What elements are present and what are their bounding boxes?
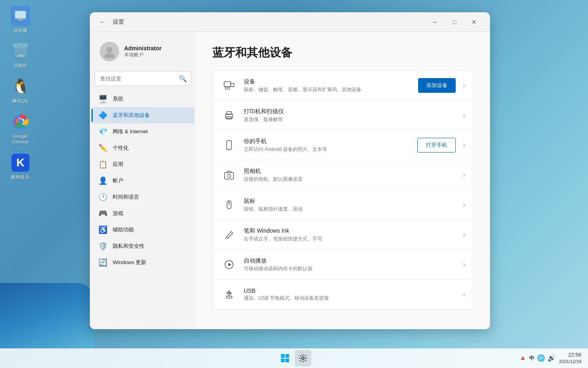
sidebar-icon-privacy: 🛡️ [98, 241, 108, 251]
title-bar: ← 设置 ─ □ ✕ [90, 12, 490, 32]
settings-action-usb: › [460, 291, 465, 298]
settings-text-phone: 你的手机 立即访问 Android 设备的照片、文本等 [244, 138, 417, 153]
sidebar-item-windows-update[interactable]: 🔄 Windows 更新 [91, 254, 194, 271]
sidebar-icon-network: 💎 [98, 127, 108, 137]
svg-rect-11 [225, 87, 229, 89]
sidebar-label-windows-update: Windows 更新 [113, 259, 146, 266]
tray-volume-icon[interactable]: 🔊 [548, 354, 556, 362]
taskbar-settings-button[interactable] [295, 350, 311, 366]
svg-rect-14 [227, 117, 232, 119]
settings-action-printers: › [460, 112, 465, 119]
svg-point-18 [227, 174, 231, 177]
desktop-icon-my-computer[interactable]: 此电脑 [4, 4, 37, 35]
user-type: 本地帐户 [124, 52, 162, 58]
settings-icon-camera [221, 167, 237, 183]
settings-desc-printers: 首选项、疑难解答 [244, 116, 460, 123]
search-input[interactable] [95, 71, 191, 86]
desktop-icon-qq[interactable]: 🐧 腾讯QQ [4, 75, 37, 106]
settings-action-camera: › [460, 171, 465, 179]
settings-action-devices: 添加设备 › [418, 78, 465, 93]
sidebar-label-bluetooth: 蓝牙和其他设备 [113, 112, 150, 119]
action-button-phone[interactable]: 打开手机 [417, 138, 456, 153]
action-button-devices[interactable]: 添加设备 [418, 78, 456, 93]
search-icon[interactable]: 🔍 [179, 75, 187, 83]
user-profile[interactable]: Administrator 本地帐户 [93, 37, 193, 68]
desktop-icon-chrome[interactable]: Google Chrome [4, 110, 37, 147]
svg-rect-9 [224, 82, 231, 87]
svg-rect-1 [15, 11, 26, 18]
sidebar-item-network[interactable]: 💎 网络 & Internet [91, 123, 194, 140]
taskbar-clock[interactable]: 22:56 2021/12/19 [559, 351, 581, 365]
back-button[interactable]: ← [96, 16, 109, 29]
sidebar-item-personalize[interactable]: ✏️ 个性化 [91, 140, 194, 156]
maximize-button[interactable]: □ [445, 16, 464, 29]
svg-rect-24 [226, 296, 232, 298]
sidebar-icon-datetime: 🕐 [98, 192, 108, 202]
settings-action-phone: 打开手机 › [417, 138, 465, 153]
desktop-icon-label-qq: 腾讯QQ [12, 98, 28, 104]
sidebar-item-accounts[interactable]: 👤 帐户 [91, 173, 194, 189]
chevron-icon-devices: › [463, 82, 465, 89]
tray-lang-icon[interactable]: 中 [529, 355, 535, 362]
settings-title-printers: 打印机和扫描仪 [244, 108, 460, 115]
sidebar-label-personalize: 个性化 [113, 144, 129, 152]
settings-text-printers: 打印机和扫描仪 首选项、疑难解答 [244, 108, 460, 123]
sidebar-item-apps[interactable]: 📋 应用 [91, 156, 194, 173]
desktop-icon-recycle-bin[interactable]: 🗑️ 回收站 [4, 39, 37, 70]
settings-item-phone[interactable]: 你的手机 立即访问 Android 设备的照片、文本等 打开手机 › [213, 130, 473, 160]
settings-title-phone: 你的手机 [244, 138, 417, 145]
svg-rect-17 [225, 173, 234, 179]
settings-desc-pen: 右手或左手、笔按钮快捷方式、手写 [244, 236, 460, 242]
settings-action-autoplay: › [460, 261, 465, 268]
settings-action-pen: › [460, 231, 465, 238]
start-button[interactable] [277, 350, 293, 366]
chevron-icon-usb: › [463, 291, 465, 298]
svg-rect-2 [18, 18, 22, 20]
desktop-icon-label-my-computer: 此电脑 [14, 27, 27, 33]
chevron-icon-phone: › [463, 141, 465, 149]
svg-rect-26 [230, 293, 231, 294]
settings-item-devices[interactable]: 设备 鼠标、键盘、触笔、音频、显示器和扩展坞、其他设备 添加设备 › [213, 71, 473, 101]
svg-rect-30 [285, 359, 289, 362]
settings-title-pen: 笔和 Windows Ink [244, 227, 460, 235]
settings-item-mouse[interactable]: 鼠标 按钮、鼠标指针速度、滚动 › [213, 190, 473, 220]
desktop-icon-label-chrome: Google Chrome [6, 133, 35, 145]
desktop-icon-kugou[interactable]: K 酷狗音乐 [4, 151, 37, 182]
taskbar: 🔺 中 🌐 🔊 22:56 2021/12/19 [0, 348, 588, 368]
settings-text-mouse: 鼠标 按钮、鼠标指针速度、滚动 [244, 197, 460, 213]
settings-icon-usb [221, 286, 237, 303]
user-avatar [100, 42, 119, 61]
settings-list: 设备 鼠标、键盘、触笔、音频、显示器和扩展坞、其他设备 添加设备 › 打印机和扫… [212, 70, 474, 310]
taskbar-center [277, 350, 311, 366]
sidebar-icon-personalize: ✏️ [98, 143, 108, 153]
tray-network-icon[interactable]: 🌐 [537, 354, 545, 362]
sidebar-item-system[interactable]: 🖥️ 系统 [91, 91, 194, 107]
sidebar-item-datetime[interactable]: 🕐 时间和语言 [91, 189, 194, 205]
settings-item-usb[interactable]: USB 通知、USB 节电模式、移动设备首选项 › [213, 280, 473, 309]
minimize-button[interactable]: ─ [425, 16, 444, 29]
sidebar-item-privacy[interactable]: 🛡️ 隐私和安全性 [91, 238, 194, 254]
settings-title-mouse: 鼠标 [244, 197, 460, 205]
settings-item-camera[interactable]: 照相机 连接的相机、默认图像设置 › [213, 160, 473, 190]
svg-point-7 [107, 47, 112, 53]
sidebar-item-bluetooth[interactable]: 🔷 蓝牙和其他设备 [91, 107, 194, 123]
desktop-icon-label-recycle-bin: 回收站 [14, 63, 27, 68]
settings-icon-mouse [221, 197, 237, 213]
sidebar-item-accessibility[interactable]: ♿ 辅助功能 [91, 222, 194, 238]
tray-expand-icon[interactable]: 🔺 [519, 354, 527, 362]
sidebar-item-gaming[interactable]: 🎮 游戏 [91, 205, 194, 222]
settings-desc-devices: 鼠标、键盘、触笔、音频、显示器和扩展坞、其他设备 [244, 86, 418, 93]
page-title: 蓝牙和其他设备 [212, 45, 474, 61]
settings-item-autoplay[interactable]: 自动播放 可移动驱动器和内存卡的默认值 › [213, 250, 473, 280]
chevron-icon-camera: › [463, 171, 465, 179]
sidebar: Administrator 本地帐户 🔍 🖥️ 系统 🔷 蓝牙和其他设备 💎 网… [90, 32, 196, 329]
settings-icon-printers [221, 107, 237, 123]
svg-point-31 [302, 357, 304, 359]
chevron-icon-autoplay: › [463, 261, 465, 268]
svg-point-8 [105, 53, 114, 58]
settings-item-pen[interactable]: 笔和 Windows Ink 右手或左手、笔按钮快捷方式、手写 › [213, 220, 473, 250]
settings-desc-usb: 通知、USB 节电模式、移动设备首选项 [244, 295, 460, 302]
close-button[interactable]: ✕ [465, 16, 483, 29]
settings-item-printers[interactable]: 打印机和扫描仪 首选项、疑难解答 › [213, 101, 473, 130]
settings-window: ← 设置 ─ □ ✕ [90, 12, 490, 329]
